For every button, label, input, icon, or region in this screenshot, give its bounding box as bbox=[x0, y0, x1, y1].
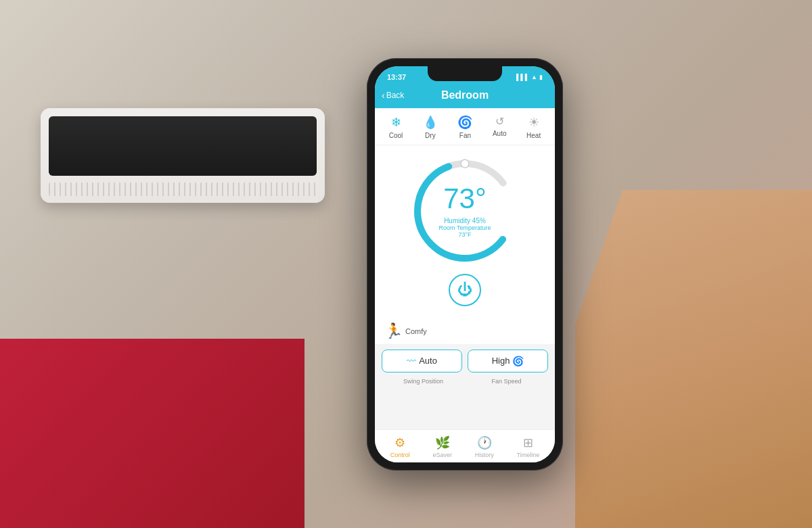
history-nav-label: History bbox=[475, 452, 494, 458]
dial-center: 73° Humidity 45% Room Temperature 73°F bbox=[439, 184, 491, 237]
bottom-nav: ⚙ Control 🌿 eSaver 🕐 History ⊞ Timeline bbox=[375, 429, 555, 462]
signal-icon: ▌▌▌ bbox=[516, 74, 529, 80]
battery-icon: ▮ bbox=[539, 74, 543, 80]
wifi-icon: ▲ bbox=[531, 74, 537, 80]
dry-label: Dry bbox=[425, 132, 436, 139]
timeline-nav-label: Timeline bbox=[516, 452, 539, 458]
svg-point-2 bbox=[461, 160, 469, 168]
back-button[interactable]: ‹ Back bbox=[382, 90, 404, 101]
nav-control[interactable]: ⚙ Control bbox=[390, 435, 410, 458]
esaver-nav-icon: 🌿 bbox=[435, 435, 450, 450]
page-title: Bedroom bbox=[441, 89, 489, 101]
heat-icon: ☀ bbox=[528, 115, 539, 130]
status-icons: ▌▌▌ ▲ ▮ bbox=[516, 74, 543, 80]
phone-screen: 13:37 ▌▌▌ ▲ ▮ ‹ Back Bedroom ❄ Co bbox=[375, 66, 555, 462]
fan-speed-value: High bbox=[492, 356, 510, 366]
comfy-section: 🏃 Comfy bbox=[375, 318, 555, 344]
mode-heat[interactable]: ☀ Heat bbox=[526, 115, 541, 139]
history-nav-icon: 🕐 bbox=[477, 435, 492, 450]
fan-label: Fan bbox=[459, 132, 471, 139]
back-label: Back bbox=[386, 91, 405, 100]
ac-unit bbox=[41, 108, 325, 203]
fan-speed-icon: 🌀 bbox=[512, 356, 524, 366]
comfy-icon: 🏃 bbox=[384, 322, 403, 340]
control-nav-label: Control bbox=[390, 452, 410, 458]
swing-button[interactable]: 〰 Auto bbox=[382, 350, 462, 373]
esaver-nav-label: eSaver bbox=[433, 452, 453, 458]
swing-value: Auto bbox=[419, 356, 437, 366]
back-chevron-icon: ‹ bbox=[382, 90, 385, 101]
fan-mode-icon: 🌀 bbox=[457, 115, 472, 130]
hand bbox=[575, 190, 812, 528]
swing-label: Swing Position bbox=[382, 378, 465, 385]
power-icon: ⏻ bbox=[457, 281, 472, 299]
temperature-display: 73° bbox=[439, 184, 491, 212]
mode-dry[interactable]: 💧 Dry bbox=[423, 115, 438, 139]
mode-auto[interactable]: ↺ Auto bbox=[493, 115, 507, 139]
fan-label: Fan Speed bbox=[465, 378, 548, 385]
cool-label: Cool bbox=[389, 132, 403, 139]
power-button[interactable]: ⏻ bbox=[449, 274, 481, 306]
nav-timeline[interactable]: ⊞ Timeline bbox=[516, 435, 539, 458]
auto-icon: ↺ bbox=[495, 115, 504, 128]
mode-tabs: ❄ Cool 💧 Dry 🌀 Fan ↺ Auto ☀ Heat bbox=[375, 108, 555, 145]
controls-labels: Swing Position Fan Speed bbox=[375, 378, 555, 389]
timeline-nav-icon: ⊞ bbox=[523, 435, 533, 450]
room-temp-value: 73°F bbox=[439, 231, 491, 237]
app-header: ‹ Back Bedroom bbox=[375, 85, 555, 108]
controls-row: 〰 Auto High 🌀 bbox=[375, 344, 555, 378]
temperature-dial[interactable]: 73° Humidity 45% Room Temperature 73°F bbox=[407, 153, 522, 268]
swing-icon: 〰 bbox=[407, 356, 416, 366]
fan-speed-button[interactable]: High 🌀 bbox=[468, 350, 548, 373]
phone-notch bbox=[428, 66, 502, 81]
nav-esaver[interactable]: 🌿 eSaver bbox=[433, 435, 453, 458]
dry-icon: 💧 bbox=[423, 115, 438, 130]
mode-cool[interactable]: ❄ Cool bbox=[389, 115, 403, 139]
control-nav-icon: ⚙ bbox=[394, 435, 405, 450]
humidity-text: Humidity 45% bbox=[439, 216, 491, 224]
phone: 13:37 ▌▌▌ ▲ ▮ ‹ Back Bedroom ❄ Co bbox=[367, 58, 563, 471]
auto-label: Auto bbox=[493, 130, 507, 137]
status-time: 13:37 bbox=[387, 73, 406, 81]
heat-label: Heat bbox=[526, 132, 541, 139]
phone-wrapper: 13:37 ▌▌▌ ▲ ▮ ‹ Back Bedroom ❄ Co bbox=[367, 58, 563, 471]
thermostat-area: 73° Humidity 45% Room Temperature 73°F ⏻ bbox=[375, 145, 555, 318]
red-wall bbox=[0, 339, 304, 528]
comfy-label: Comfy bbox=[405, 327, 427, 335]
mode-fan[interactable]: 🌀 Fan bbox=[457, 115, 472, 139]
cool-icon: ❄ bbox=[391, 115, 401, 130]
nav-history[interactable]: 🕐 History bbox=[475, 435, 494, 458]
room-temp-label: Room Temperature bbox=[439, 224, 491, 231]
